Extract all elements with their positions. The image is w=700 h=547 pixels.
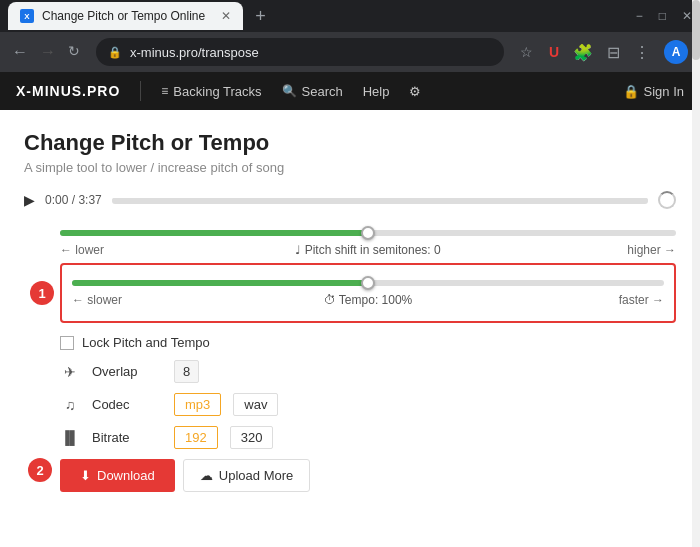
pitch-label-right: higher → [606,243,676,257]
upload-more-button[interactable]: ☁ Upload More [183,459,310,492]
pitch-slider-wrapper[interactable] [60,223,676,243]
site-nav: X-MINUS.PRO ≡ Backing Tracks 🔍 Search He… [0,72,700,110]
window-controls: − □ ✕ [636,9,692,23]
pitch-section: ← lower ♩ Pitch shift in semitones: 0 hi… [60,223,676,257]
download-label: Download [97,468,155,483]
tempo-label-right: faster → [594,293,664,307]
browser-title-bar: X Change Pitch or Tempo Online ✕ + − □ ✕ [0,0,700,32]
address-right-icons: ☆ [520,44,533,60]
profile-avatar[interactable]: A [664,40,688,64]
lock-icon: 🔒 [108,46,122,59]
audio-progress-bar[interactable] [112,198,648,202]
lock-icon: 🔒 [623,84,639,99]
tempo-section: 1 ← slower ⏱ Tempo: 100% faster → [60,263,676,323]
download-button[interactable]: ⬇ Download [60,459,175,492]
nav-search[interactable]: 🔍 Search [282,84,343,99]
scrollbar-thumb[interactable] [692,0,700,60]
upload-label: Upload More [219,468,293,483]
nav-settings[interactable]: ⚙ [409,84,421,99]
bitrate-row: ▐▌ Bitrate 192 320 [60,426,676,449]
codec-wav-button[interactable]: wav [233,393,278,416]
lock-pitch-tempo-row: Lock Pitch and Tempo [60,335,676,350]
maximize-button[interactable]: □ [659,9,666,23]
page-title: Change Pitch or Tempo [24,130,676,156]
signin-label: Sign In [644,84,684,99]
tempo-slider-wrapper[interactable] [72,273,664,293]
more-icon[interactable]: ⋮ [634,43,650,62]
address-bar: ← → ↻ 🔒 x-minus.pro/transpose ☆ U 🧩 ⊟ ⋮ … [0,32,700,72]
codec-label: Codec [92,397,162,412]
back-button[interactable]: ← [12,43,28,61]
tempo-label-left: ← slower [72,293,142,307]
badge-1: 1 [30,281,54,305]
codec-icon: ♫ [60,397,80,413]
search-label: Search [302,84,343,99]
tempo-fill [72,280,368,286]
lock-pitch-tempo-label: Lock Pitch and Tempo [82,335,210,350]
toolbar-icons: U 🧩 ⊟ ⋮ A [549,40,688,64]
tempo-value: Tempo: 100% [339,293,412,307]
main-content: Change Pitch or Tempo A simple tool to l… [0,110,700,547]
ublock-icon: U [549,44,559,60]
puzzle-icon[interactable]: 🧩 [573,43,593,62]
scrollbar[interactable] [692,0,700,547]
overlap-value: 8 [174,360,199,383]
pitch-label-center: ♩ Pitch shift in semitones: 0 [130,243,606,257]
overlap-icon: ✈ [60,364,80,380]
time-display: 0:00 / 3:37 [45,193,102,207]
bitrate-label: Bitrate [92,430,162,445]
nav-help[interactable]: Help [363,84,390,99]
nav-buttons: ← → ↻ [12,43,80,61]
play-button[interactable]: ▶ [24,192,35,208]
controls-area: ← lower ♩ Pitch shift in semitones: 0 hi… [24,223,676,492]
browser-tab[interactable]: X Change Pitch or Tempo Online ✕ [8,2,243,30]
codec-row: ♫ Codec mp3 wav [60,393,676,416]
cast-icon[interactable]: ⊟ [607,43,620,62]
pitch-thumb[interactable] [361,226,375,240]
help-label: Help [363,84,390,99]
tempo-thumb[interactable] [361,276,375,290]
bottom-buttons: 2 ⬇ Download ☁ Upload More [60,459,676,492]
nav-backing-tracks[interactable]: ≡ Backing Tracks [161,84,261,99]
menu-icon: ≡ [161,84,168,98]
forward-button[interactable]: → [40,43,56,61]
minimize-button[interactable]: − [636,9,643,23]
close-button[interactable]: ✕ [682,9,692,23]
bitrate-192-button[interactable]: 192 [174,426,218,449]
bitrate-320-button[interactable]: 320 [230,426,274,449]
bookmark-icon[interactable]: ☆ [520,44,533,60]
pitch-fill [60,230,368,236]
nav-divider [140,81,141,101]
tab-favicon: X [20,9,34,23]
badge-2: 2 [28,458,52,482]
overlap-row: ✈ Overlap 8 [60,360,676,383]
lock-pitch-tempo-checkbox[interactable] [60,336,74,350]
tempo-labels: ← slower ⏱ Tempo: 100% faster → [72,293,664,307]
signin-button[interactable]: 🔒 Sign In [623,84,684,99]
pitch-labels: ← lower ♩ Pitch shift in semitones: 0 hi… [60,243,676,257]
site-logo[interactable]: X-MINUS.PRO [16,83,120,99]
new-tab-button[interactable]: + [255,6,266,27]
audio-player: ▶ 0:00 / 3:37 [24,191,676,209]
tab-title: Change Pitch or Tempo Online [42,9,205,23]
address-text: x-minus.pro/transpose [130,45,492,60]
pitch-label-left: ← lower [60,243,130,257]
bitrate-icon: ▐▌ [60,430,80,445]
tab-close-button[interactable]: ✕ [221,9,231,23]
search-icon: 🔍 [282,84,297,98]
loading-spinner [658,191,676,209]
refresh-button[interactable]: ↻ [68,43,80,61]
track-background [112,198,648,204]
options-section: Lock Pitch and Tempo ✈ Overlap 8 ♫ Codec… [60,335,676,449]
address-box[interactable]: 🔒 x-minus.pro/transpose [96,38,504,66]
download-icon: ⬇ [80,468,91,483]
page-subtitle: A simple tool to lower / increase pitch … [24,160,676,175]
upload-icon: ☁ [200,468,213,483]
tempo-label-center: ⏱ Tempo: 100% [142,293,594,307]
codec-mp3-button[interactable]: mp3 [174,393,221,416]
overlap-label: Overlap [92,364,162,379]
settings-icon: ⚙ [409,84,421,99]
backing-tracks-label: Backing Tracks [173,84,261,99]
